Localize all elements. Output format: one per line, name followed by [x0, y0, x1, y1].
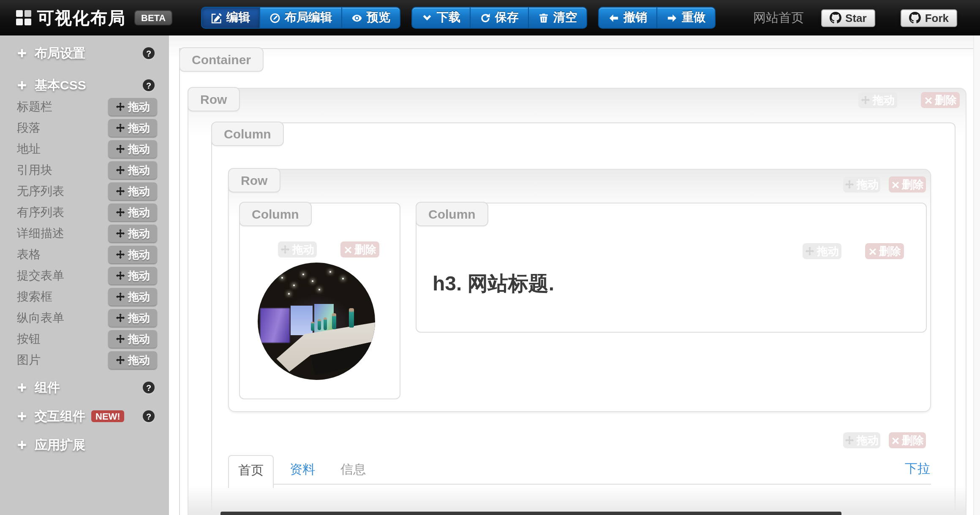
clear-button[interactable]: 清空 — [529, 7, 587, 29]
column-handle[interactable]: Column — [211, 122, 284, 146]
plus-icon — [17, 440, 27, 450]
sidebar-component-item: 段落 拖动 — [0, 117, 169, 138]
drag-button[interactable]: 拖动 — [108, 98, 157, 116]
sidebar-section-interactive[interactable]: 交互组件 NEW! ? — [0, 405, 169, 427]
chevron-down-icon — [422, 12, 433, 23]
github-icon — [829, 12, 841, 24]
component-label: 图片 — [0, 352, 41, 368]
fashion-show-photo — [258, 263, 375, 380]
drag-button[interactable]: 拖动 — [108, 246, 157, 263]
move-icon — [280, 245, 290, 254]
sidebar-section-layout-settings[interactable]: 布局设置 ? — [0, 42, 169, 64]
row-delete-button[interactable]: 删除 — [921, 92, 960, 108]
plus-icon — [17, 80, 27, 90]
move-icon — [805, 247, 814, 256]
redo-button[interactable]: 重做 — [657, 7, 716, 29]
layout-canvas: Container Row 拖动 删除 Column Row 拖动 删除 Col… — [169, 35, 980, 515]
drag-button[interactable]: 拖动 — [108, 288, 157, 306]
drag-button[interactable]: 拖动 — [108, 140, 157, 158]
plus-icon — [17, 411, 27, 421]
navbar-peek — [220, 512, 841, 515]
column-handle[interactable]: Column — [239, 202, 312, 226]
drag-button[interactable]: 拖动 — [108, 225, 157, 242]
drag-button[interactable]: 拖动 — [108, 330, 157, 348]
move-icon — [115, 123, 125, 133]
sidebar-component-item: 按钮 拖动 — [0, 328, 169, 350]
container-handle[interactable]: Container — [179, 47, 264, 72]
sidebar-section-basic-css[interactable]: 基本CSS ? — [0, 74, 169, 96]
close-icon — [891, 436, 899, 445]
tabs-drag-button[interactable]: 拖动 — [843, 432, 880, 448]
file-button-group: 下载 保存 清空 — [411, 7, 587, 29]
drag-button[interactable]: 拖动 — [108, 203, 157, 221]
drag-button[interactable]: 拖动 — [108, 351, 157, 369]
sidebar-component-item: 无序列表 拖动 — [0, 181, 169, 202]
column-handle[interactable]: Column — [416, 202, 488, 226]
component-label: 表格 — [0, 247, 41, 262]
component-label: 引用块 — [0, 163, 52, 178]
move-icon — [115, 250, 125, 259]
undo-button[interactable]: 撤销 — [598, 7, 657, 29]
sidebar-component-item: 详细描述 拖动 — [0, 223, 169, 244]
row-delete-button[interactable]: 删除 — [889, 176, 926, 192]
move-icon — [115, 313, 125, 323]
move-icon — [115, 165, 125, 175]
preview-button[interactable]: 预览 — [342, 7, 400, 29]
tab-dropdown-toggle[interactable]: 下拉 — [905, 461, 930, 477]
help-icon[interactable]: ? — [143, 382, 155, 393]
sidebar-section-extensions[interactable]: 应用扩展 — [0, 434, 169, 456]
image-delete-button[interactable]: 删除 — [340, 241, 379, 258]
move-icon — [115, 102, 125, 111]
mode-button-group: 编辑 布局编辑 预览 — [201, 7, 400, 29]
component-label: 详细描述 — [0, 226, 64, 241]
tab-profile[interactable]: 资料 — [280, 455, 324, 488]
component-label: 纵向表单 — [0, 310, 64, 325]
github-icon — [909, 12, 921, 24]
component-label: 标题栏 — [0, 99, 52, 114]
topbar-right: 网站首页 Star Fork — [753, 0, 957, 35]
layout-edit-icon — [270, 12, 280, 23]
move-icon — [845, 436, 854, 445]
tabs-delete-button[interactable]: 删除 — [889, 432, 926, 448]
heading-delete-button[interactable]: 删除 — [865, 243, 904, 259]
component-label: 无序列表 — [0, 184, 64, 199]
download-button[interactable]: 下载 — [411, 7, 471, 29]
drag-button[interactable]: 拖动 — [108, 182, 157, 200]
sidebar-component-item: 图片 拖动 — [0, 350, 169, 371]
column-block-heading — [416, 203, 927, 333]
drag-button[interactable]: 拖动 — [108, 267, 157, 285]
basic-css-item-list: 标题栏 拖动 段落 拖动 地址 — [0, 96, 169, 371]
edit-icon — [211, 12, 222, 23]
tab-home[interactable]: 首页 — [228, 455, 274, 488]
row-handle[interactable]: Row — [188, 87, 240, 111]
app-logo-grid-icon — [16, 10, 31, 25]
save-button[interactable]: 保存 — [471, 7, 529, 29]
help-icon[interactable]: ? — [143, 79, 155, 91]
close-icon — [891, 180, 899, 189]
drag-button[interactable]: 拖动 — [108, 309, 157, 327]
row-drag-button[interactable]: 拖动 — [843, 176, 880, 192]
tab-info[interactable]: 信息 — [331, 455, 375, 488]
sidebar-section-components[interactable]: 组件 ? — [0, 377, 169, 398]
row-drag-button[interactable]: 拖动 — [858, 92, 897, 108]
github-star-button[interactable]: Star — [821, 9, 875, 27]
heading-drag-button[interactable]: 拖动 — [803, 243, 841, 259]
layout-edit-button[interactable]: 布局编辑 — [260, 7, 342, 29]
help-icon[interactable]: ? — [143, 47, 155, 59]
row-handle[interactable]: Row — [228, 168, 280, 192]
move-icon — [115, 229, 125, 238]
sidebar-component-item: 有序列表 拖动 — [0, 202, 169, 223]
move-icon — [115, 334, 125, 344]
vertical-scrollbar[interactable] — [973, 35, 980, 515]
component-label: 地址 — [0, 141, 41, 157]
component-label: 有序列表 — [0, 205, 64, 220]
image-drag-button[interactable]: 拖动 — [278, 241, 317, 258]
sidebar-component-item: 表格 拖动 — [0, 244, 169, 265]
site-home-link[interactable]: 网站首页 — [753, 10, 804, 26]
move-icon — [115, 208, 125, 217]
help-icon[interactable]: ? — [143, 410, 155, 422]
edit-button[interactable]: 编辑 — [201, 7, 260, 29]
drag-button[interactable]: 拖动 — [108, 161, 157, 179]
drag-button[interactable]: 拖动 — [108, 119, 157, 137]
github-fork-button[interactable]: Fork — [901, 9, 957, 27]
